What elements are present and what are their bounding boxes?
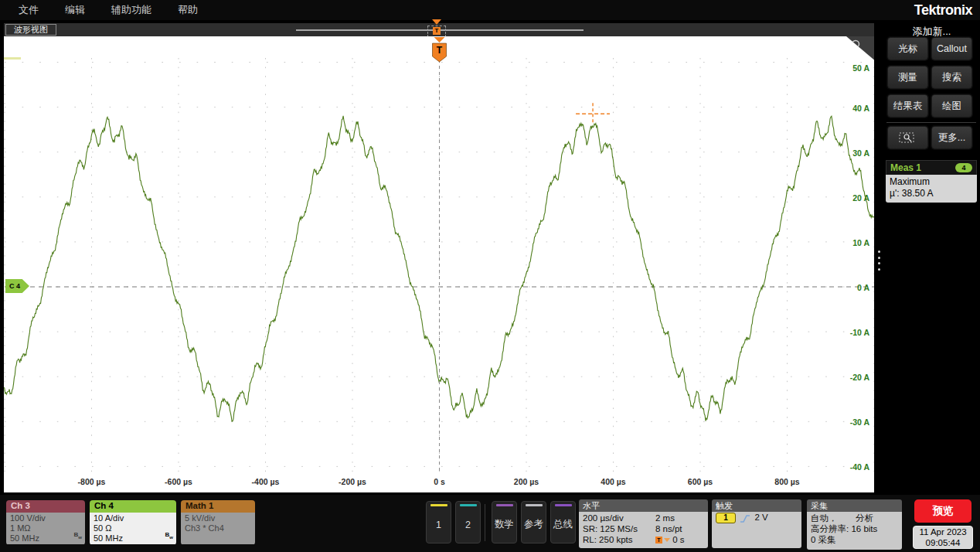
source-button-label: 2 bbox=[465, 506, 471, 543]
acq-resolution: 高分辨率: 16 bits bbox=[811, 523, 898, 534]
x-tick-label: -400 µs bbox=[252, 477, 280, 486]
x-tick-label: -800 µs bbox=[78, 477, 106, 486]
horizontal-title: 水平 bbox=[579, 499, 708, 512]
x-tick-label: -200 µs bbox=[339, 477, 366, 486]
waveform-canvas[interactable]: T bbox=[4, 36, 874, 492]
source-button-参考[interactable]: 参考 bbox=[521, 501, 546, 543]
channel-badge-ch4[interactable]: Ch 410 A/div50 Ω50 MHzBw bbox=[90, 500, 176, 545]
meas1-badge[interactable]: Meas 1 4 Maximum µ': 38.50 A bbox=[886, 160, 977, 203]
horizontal-row-0: 200 µs/div2 ms bbox=[583, 513, 704, 523]
channel-setting-row: 1 MΩ bbox=[10, 523, 81, 533]
horizontal-panel[interactable]: 水平 200 µs/div2 msSR: 125 MS/s8 ns/ptRL: … bbox=[579, 499, 708, 548]
menu-item-3[interactable]: 帮助 bbox=[178, 3, 198, 17]
source-button-数学[interactable]: 数学 bbox=[492, 501, 517, 543]
menu-item-2[interactable]: 辅助功能 bbox=[111, 3, 151, 17]
channel-setting-row: 50 Ω bbox=[94, 523, 172, 533]
delay-arrow-icon bbox=[664, 538, 670, 542]
datetime-display: 11 Apr 2023 09:05:44 bbox=[913, 526, 973, 549]
trigger-arrow-icon bbox=[432, 19, 441, 25]
y-tick-label: 20 A bbox=[852, 193, 869, 203]
horizontal-row-1: SR: 125 MS/s8 ns/pt bbox=[583, 523, 704, 534]
acquisition-title: 采集 bbox=[807, 499, 902, 512]
channel-badge-ch3[interactable]: Ch 3100 V/div1 MΩ50 MHzBw bbox=[6, 500, 85, 545]
meas1-title: Meas 1 bbox=[890, 162, 921, 173]
meas1-value: µ': 38.50 A bbox=[890, 188, 973, 199]
menu-item-0[interactable]: 文件 bbox=[19, 3, 39, 17]
source-button-label: 数学 bbox=[495, 506, 514, 543]
channel-badge-math1[interactable]: Math 15 kV/divCh3 * Ch4 bbox=[181, 500, 255, 545]
x-tick-label: 200 µs bbox=[514, 477, 539, 486]
channel-name: Math 1 bbox=[181, 500, 255, 513]
source-button-2[interactable]: 2 bbox=[455, 501, 481, 543]
trigger-flag-letter: T bbox=[437, 45, 443, 56]
channel-settings: 100 V/div1 MΩ50 MHzBw bbox=[6, 513, 85, 544]
zoom-mode-button[interactable] bbox=[887, 126, 928, 149]
channel-setting-row: 50 MHz bbox=[94, 533, 172, 543]
channel-setting-row: 50 MHz bbox=[10, 533, 81, 543]
x-tick-label: 600 µs bbox=[688, 477, 713, 486]
x-tick-label: 0 s bbox=[434, 477, 445, 486]
rising-edge-icon bbox=[740, 513, 750, 523]
trigger-title: 触发 bbox=[712, 499, 801, 512]
horizontal-left-value: SR: 125 MS/s bbox=[583, 523, 655, 534]
settings-bar: Ch 3100 V/div1 MΩ50 MHzBwCh 410 A/div50 … bbox=[0, 495, 980, 552]
trigger-source-badge: 1 bbox=[716, 513, 736, 523]
sidebar-button-结果表[interactable]: 结果表 bbox=[887, 94, 928, 118]
sidebar-button-测量[interactable]: 测量 bbox=[887, 66, 928, 89]
sidebar-button-绘图[interactable]: 绘图 bbox=[931, 94, 972, 118]
meas1-source-pill: 4 bbox=[955, 163, 972, 172]
sidebar-button-Callout[interactable]: Callout bbox=[931, 37, 972, 60]
bandwidth-icon: Bw bbox=[165, 530, 173, 543]
trigger-flag-icon: T bbox=[433, 27, 441, 35]
source-button-1[interactable]: 1 bbox=[426, 501, 451, 543]
ch4-waveform[interactable] bbox=[4, 116, 874, 421]
horizontal-right-value: 2 ms bbox=[655, 513, 675, 523]
channel-setting-row: 5 kV/div bbox=[185, 513, 251, 523]
y-tick-label: -10 A bbox=[850, 328, 869, 337]
waveform-view-tab[interactable]: 波形视图 bbox=[5, 24, 56, 36]
menu-bar: 文件编辑辅助功能帮助 bbox=[0, 0, 980, 20]
channel-name: Ch 3 bbox=[6, 500, 85, 513]
y-tick-label: 0 A bbox=[857, 283, 869, 292]
menu-item-1[interactable]: 编辑 bbox=[65, 3, 85, 17]
x-tick-label: -600 µs bbox=[165, 477, 192, 486]
results-sidebar: 添加新... 光标Callout测量搜索结果表绘图 更多... Meas 1 4… bbox=[883, 23, 980, 493]
channel-setting-row: 10 A/div bbox=[94, 513, 172, 523]
acquisition-panel[interactable]: 采集 自动， 分析 高分辨率: 16 bits 0 采集 bbox=[807, 499, 902, 550]
source-divider bbox=[485, 504, 485, 541]
horizontal-right-value: T 0 s bbox=[655, 534, 685, 545]
preview-button[interactable]: 预览 bbox=[914, 499, 971, 523]
tektronix-logo: Tektronix bbox=[914, 2, 972, 19]
y-tick-label: 30 A bbox=[852, 148, 869, 158]
acq-analyze: 分析 bbox=[856, 513, 873, 523]
y-tick-label: -20 A bbox=[850, 373, 869, 382]
acq-count: 0 采集 bbox=[811, 534, 898, 545]
channel-settings: 5 kV/divCh3 * Ch4 bbox=[181, 513, 255, 544]
meas1-type: Maximum bbox=[890, 176, 973, 188]
x-tick-label: 800 µs bbox=[774, 477, 799, 486]
channel-setting-row: 100 V/div bbox=[10, 513, 81, 523]
trigger-panel[interactable]: 触发 1 2 V bbox=[712, 499, 801, 548]
horizontal-row-2: RL: 250 kptsT 0 s bbox=[583, 534, 704, 545]
waveform-graticule[interactable]: T 50 A40 A30 A20 A10 A0 A-10 A-20 A-30 A… bbox=[4, 36, 874, 492]
waveform-view-titlebar: 波形视图 T bbox=[4, 23, 874, 36]
date-label: 11 Apr 2023 bbox=[914, 526, 972, 537]
horizontal-left-value: 200 µs/div bbox=[583, 513, 655, 523]
acq-mode: 自动， bbox=[811, 513, 856, 523]
y-tick-label: -30 A bbox=[850, 417, 869, 427]
horizontal-left-value: RL: 250 kpts bbox=[583, 534, 655, 545]
trigger-position-icon: T bbox=[655, 537, 662, 543]
sidebar-button-搜索[interactable]: 搜索 bbox=[931, 66, 972, 89]
panel-drag-handle[interactable] bbox=[876, 250, 881, 271]
bandwidth-icon: Bw bbox=[74, 530, 82, 543]
channel-setting-row: Ch3 * Ch4 bbox=[185, 523, 251, 533]
source-button-总线[interactable]: 总线 bbox=[550, 501, 576, 543]
overview-trigger-marker[interactable]: T bbox=[427, 19, 447, 38]
horizontal-right-value: 8 ns/pt bbox=[655, 523, 682, 534]
x-tick-label: 400 µs bbox=[601, 477, 625, 486]
more-button[interactable]: 更多... bbox=[931, 126, 972, 149]
y-tick-label: -40 A bbox=[850, 462, 869, 472]
time-label: 09:05:44 bbox=[914, 537, 972, 548]
sidebar-button-光标[interactable]: 光标 bbox=[887, 37, 928, 60]
y-tick-label: 10 A bbox=[852, 238, 869, 247]
